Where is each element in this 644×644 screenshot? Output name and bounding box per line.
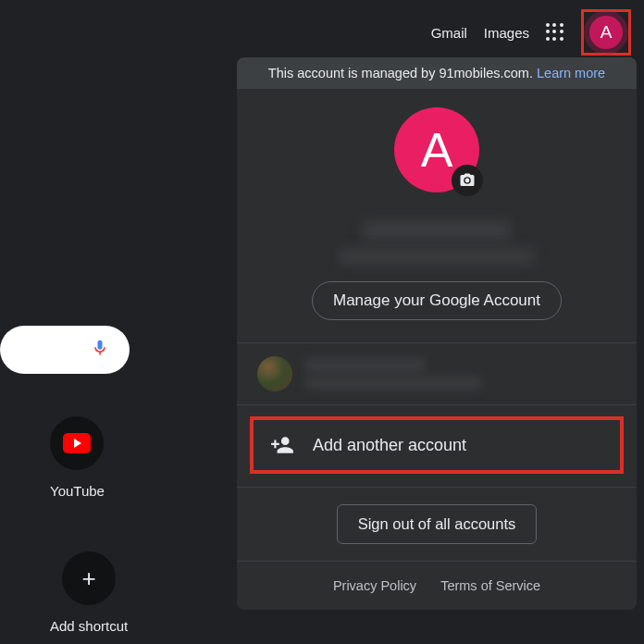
microphone-icon[interactable]: [91, 336, 109, 364]
youtube-icon: [63, 433, 91, 453]
privacy-link[interactable]: Privacy Policy: [333, 578, 416, 593]
other-account-row[interactable]: [237, 343, 637, 405]
shortcut-add[interactable]: + Add shortcut: [50, 551, 128, 634]
profile-avatar-small[interactable]: A: [589, 16, 623, 49]
signout-wrapper: Sign out of all accounts: [237, 488, 637, 562]
signout-button[interactable]: Sign out of all accounts: [337, 504, 538, 544]
shortcut-youtube[interactable]: YouTube: [50, 416, 105, 499]
plus-icon: +: [82, 564, 96, 593]
apps-grid-icon[interactable]: [546, 23, 564, 42]
highlight-avatar: A: [581, 9, 631, 56]
avatar-large-wrapper: A: [394, 107, 479, 192]
banner-text: This account is managed by 91mobiles.com…: [268, 66, 537, 80]
user-name-blurred: [363, 220, 511, 241]
person-add-icon: [270, 433, 294, 457]
other-account-avatar: [257, 356, 292, 391]
other-email-blurred: [305, 377, 481, 390]
other-name-blurred: [305, 358, 426, 373]
gmail-link[interactable]: Gmail: [431, 25, 467, 41]
profile-section: A Manage your Google Account: [237, 89, 637, 343]
managed-banner: This account is managed by 91mobiles.com…: [237, 57, 637, 89]
footer-links: Privacy Policy Terms of Service: [237, 562, 637, 601]
user-email-blurred: [340, 248, 534, 265]
account-popup: This account is managed by 91mobiles.com…: [237, 57, 637, 610]
shortcut-label: YouTube: [50, 483, 105, 499]
shortcut-label: Add shortcut: [50, 618, 128, 634]
shortcut-circle: +: [62, 551, 116, 605]
other-account-info: [305, 358, 481, 390]
top-nav: Gmail Images A: [431, 9, 631, 56]
manage-account-button[interactable]: Manage your Google Account: [312, 281, 562, 320]
terms-link[interactable]: Terms of Service: [440, 578, 540, 593]
search-bar[interactable]: [0, 326, 130, 374]
images-link[interactable]: Images: [484, 25, 529, 41]
add-account-button[interactable]: Add another account: [250, 416, 624, 474]
camera-icon[interactable]: [452, 165, 483, 196]
add-account-label: Add another account: [313, 436, 466, 455]
shortcut-circle: [50, 416, 104, 470]
learn-more-link[interactable]: Learn more: [537, 66, 605, 80]
